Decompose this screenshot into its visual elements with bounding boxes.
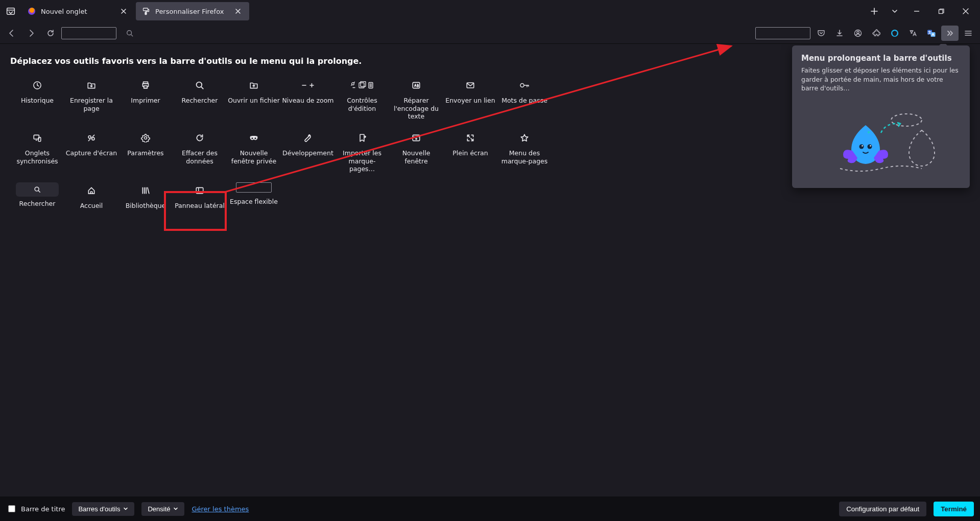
tool-screenshot-label: Capture d'écran: [66, 149, 117, 165]
tool-sidebar[interactable]: Panneau latéral: [173, 180, 227, 220]
tool-clear-data-label: Effacer des données: [174, 149, 226, 165]
tool-text-encoding[interactable]: Réparer l'encodage du texte: [389, 75, 443, 123]
back-button[interactable]: [3, 26, 20, 41]
tab-new[interactable]: Nouvel onglet: [21, 2, 135, 20]
nav-bar: 文 A: [0, 22, 980, 44]
tool-zoom-label: Niveau de zoom: [282, 97, 333, 113]
reload-button[interactable]: [42, 26, 59, 41]
library-icon: [141, 186, 150, 195]
tool-flex-space-label: Espace flexible: [230, 198, 278, 214]
tool-screenshot[interactable]: Capture d'écran: [64, 128, 118, 175]
default-config-button[interactable]: Configuration par défaut: [839, 502, 926, 516]
new-tab-button[interactable]: [865, 2, 884, 20]
tool-import-bookmarks-label: Importer les marque-pages…: [336, 149, 388, 173]
tool-flex-space[interactable]: Espace flexible: [227, 180, 281, 220]
account-icon: [854, 29, 862, 37]
tool-send-link[interactable]: Envoyer un lien: [443, 75, 497, 123]
folder-up-icon: [249, 81, 258, 90]
manage-themes-link[interactable]: Gérer les thèmes: [192, 505, 249, 513]
svg-rect-25: [38, 137, 41, 141]
window-minimize-button[interactable]: [905, 2, 928, 20]
svg-point-26: [88, 136, 91, 138]
overflow-panel-title: Menu prolongeant la barre d'outils: [801, 54, 961, 63]
tab-customize[interactable]: Personnaliser Firefox: [136, 2, 249, 20]
tool-private-window-label: Nouvelle fenêtre privée: [228, 149, 280, 165]
app-menu-button[interactable]: [960, 26, 977, 41]
tool-new-window[interactable]: Nouvelle fenêtre: [389, 128, 443, 175]
tool-history[interactable]: Historique: [10, 75, 64, 123]
svg-rect-3: [145, 12, 147, 15]
list-tabs-button[interactable]: [1, 2, 20, 20]
adblock-button[interactable]: [886, 26, 903, 41]
tool-synced-tabs[interactable]: Onglets synchronisés: [10, 128, 64, 175]
tool-openfile[interactable]: Ouvrir un fichier: [227, 75, 281, 123]
tool-import-bookmarks[interactable]: Importer les marque-pages…: [335, 128, 389, 175]
window-controls: [905, 2, 979, 20]
close-tab-new-button[interactable]: [118, 6, 129, 16]
svg-point-34: [868, 144, 872, 149]
edit-controls-icon: [350, 81, 374, 89]
tool-fullscreen[interactable]: Plein écran: [443, 128, 497, 175]
history-icon: [33, 81, 42, 90]
tool-library[interactable]: Bibliothèque: [118, 180, 173, 220]
close-icon: [235, 8, 241, 14]
nav-flex-space-left[interactable]: [61, 27, 116, 39]
paint-icon: [142, 7, 150, 15]
translate-page-button[interactable]: 文 A: [923, 26, 940, 41]
tool-clear-data[interactable]: Effacer des données: [173, 128, 227, 175]
tool-settings[interactable]: Paramètres: [118, 128, 173, 175]
pocket-button[interactable]: [812, 26, 830, 41]
svg-text:A: A: [931, 32, 935, 36]
nav-flex-space-right[interactable]: [755, 27, 810, 39]
tool-print[interactable]: Imprimer: [118, 75, 173, 123]
window-close-button[interactable]: [954, 2, 977, 20]
titlebar-checkbox-input[interactable]: [8, 505, 15, 512]
tool-dev-label: Développement: [282, 149, 333, 165]
gear-icon: [141, 133, 150, 143]
svg-point-35: [862, 145, 863, 147]
done-button[interactable]: Terminé: [934, 502, 974, 516]
tool-openfile-label: Ouvrir un fichier: [228, 97, 280, 113]
close-tab-customize-button[interactable]: [233, 6, 243, 16]
flex-space-icon: [236, 182, 272, 193]
star-icon: [520, 133, 529, 143]
tool-edit-controls[interactable]: Contrôles d'édition: [335, 75, 389, 123]
tool-fullscreen-label: Plein écran: [452, 149, 488, 165]
tool-palette: Historique Enregistrer la page Imprimer …: [10, 75, 552, 220]
tool-passwords[interactable]: Mots de passe: [497, 75, 552, 123]
overflow-button[interactable]: [941, 26, 959, 41]
translator-ext-button[interactable]: [904, 26, 922, 41]
list-tabs-icon: [6, 7, 15, 16]
url-bar[interactable]: [122, 26, 750, 41]
extensions-button[interactable]: [868, 26, 885, 41]
window-maximize-button[interactable]: [930, 2, 952, 20]
print-icon: [141, 81, 150, 90]
forward-button[interactable]: [22, 26, 40, 41]
tool-savepage[interactable]: Enregistrer la page: [64, 75, 118, 123]
tool-print-label: Imprimer: [131, 97, 160, 113]
tool-bookmarks-menu[interactable]: Menu des marque-pages: [497, 128, 552, 175]
maximize-icon: [938, 8, 944, 14]
tool-search[interactable]: Rechercher: [173, 75, 227, 123]
chevron-down-icon: [173, 506, 178, 511]
density-menu-button[interactable]: Densité: [141, 502, 184, 516]
tool-passwords-label: Mots de passe: [501, 97, 547, 113]
tool-dev[interactable]: Développement: [281, 128, 335, 175]
back-icon: [8, 29, 16, 37]
tab-dropdown-button[interactable]: [885, 2, 904, 20]
toolbars-menu-button[interactable]: Barres d'outils: [72, 502, 134, 516]
svg-point-37: [868, 131, 870, 133]
downloads-button[interactable]: [831, 26, 848, 41]
tool-zoom[interactable]: Niveau de zoom: [281, 75, 335, 123]
svg-point-23: [520, 84, 524, 87]
titlebar-checkbox[interactable]: Barre de titre: [6, 504, 65, 514]
svg-rect-31: [196, 187, 203, 193]
svg-rect-15: [144, 86, 148, 88]
tool-search2[interactable]: Rechercher: [10, 180, 64, 220]
tool-new-window-label: Nouvelle fenêtre: [390, 149, 442, 165]
tabs-bar: Nouvel onglet Personnaliser Firefox: [0, 0, 980, 22]
tool-home[interactable]: Accueil: [64, 180, 118, 220]
tool-private-window[interactable]: Nouvelle fenêtre privée: [227, 128, 281, 175]
account-button[interactable]: [849, 26, 867, 41]
svg-rect-18: [359, 83, 364, 88]
